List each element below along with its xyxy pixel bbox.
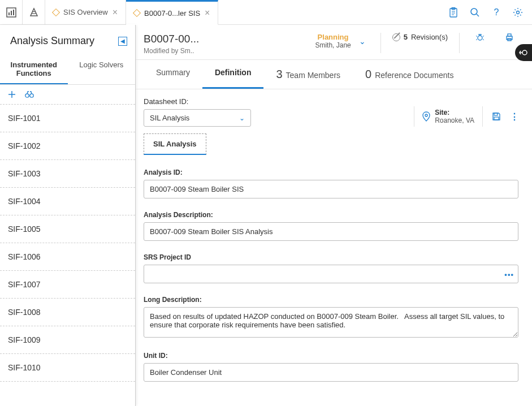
unit-id-input[interactable]	[144, 363, 518, 382]
svg-rect-2	[11, 11, 12, 15]
form-group-srs: SRS Project ID •••	[144, 253, 518, 283]
svg-rect-31	[494, 117, 499, 120]
analysis-id-input[interactable]	[144, 180, 518, 198]
float-badge-icon[interactable]	[515, 44, 532, 61]
list-item[interactable]: SIF-1001	[0, 105, 135, 132]
gear-icon[interactable]	[508, 3, 527, 22]
content-header: B0007-00... Modified by Sm.. Planning Sm…	[136, 25, 532, 60]
tab-definition[interactable]: Definition	[202, 60, 264, 89]
list-item[interactable]: SIF-1010	[0, 354, 135, 382]
form-group-analysis-desc: Analysis Description:	[144, 211, 518, 241]
list-item[interactable]: SIF-1002	[0, 132, 135, 160]
long-desc-textarea[interactable]	[144, 307, 518, 338]
revisions-count: 5	[404, 33, 408, 41]
status-label: Planning	[315, 33, 351, 41]
status-name: Smith, Jane	[315, 41, 351, 49]
binoculars-icon[interactable]	[25, 90, 34, 98]
sidebar-toolbar	[0, 85, 135, 105]
list-item[interactable]: SIF-1006	[0, 243, 135, 271]
save-icon[interactable]	[492, 112, 501, 121]
main: Analysis Summary ◀ Instrumented Function…	[0, 25, 532, 406]
svg-point-29	[425, 114, 427, 116]
bug-icon[interactable]	[471, 33, 489, 42]
more-icon[interactable]: ⋮	[510, 111, 518, 122]
svg-point-32	[522, 50, 527, 55]
print-icon[interactable]	[500, 33, 518, 42]
unit-id-label: Unit ID:	[144, 352, 518, 360]
datasheet-select[interactable]: SIL Analysis ⌄	[144, 109, 251, 127]
page-title: B0007-00...	[144, 33, 245, 45]
svg-point-19	[478, 36, 482, 40]
divider	[380, 33, 381, 53]
svg-line-25	[483, 39, 484, 40]
page-subtitle: Modified by Sm..	[144, 47, 245, 55]
topbar: SIS Overview × B0007-0...ler SIS × ?	[0, 0, 532, 25]
tab-label: B0007-0...ler SIS	[144, 9, 200, 18]
tab-summary[interactable]: Summary	[144, 60, 202, 89]
close-icon[interactable]: ×	[205, 8, 210, 18]
tab-sis-overview[interactable]: SIS Overview ×	[45, 0, 126, 24]
nav-hierarchy-icon[interactable]	[23, 0, 45, 24]
srs-input[interactable]	[144, 265, 518, 283]
sidebar-title: Analysis Summary	[10, 35, 94, 47]
tab-team-members[interactable]: 3 Team Members	[263, 60, 353, 89]
revisions-button[interactable]: 5 Revision(s)	[392, 33, 448, 41]
form-group-unit-id: Unit ID:	[144, 352, 518, 382]
list-item[interactable]: SIF-1005	[0, 215, 135, 243]
form-group-long-desc: Long Description:	[144, 296, 518, 339]
tab-label: SIS Overview	[63, 8, 108, 16]
sidebar-tab-logic[interactable]: Logic Solvers	[68, 55, 136, 84]
diamond-icon	[133, 9, 141, 17]
topbar-actions: ?	[444, 0, 532, 24]
nav-analytics-icon[interactable]	[0, 0, 23, 24]
list-item[interactable]: SIF-1007	[0, 271, 135, 299]
location-pin-icon	[422, 111, 430, 122]
divider	[459, 33, 460, 53]
title-block: B0007-00... Modified by Sm..	[144, 33, 245, 55]
list-item[interactable]: SIF-1003	[0, 160, 135, 188]
site-label: Site:	[435, 109, 474, 116]
sidebar-tabs: Instrumented Functions Logic Solvers	[0, 55, 135, 85]
sidebar-list: SIF-1001 SIF-1002 SIF-1003 SIF-1004 SIF-…	[0, 105, 135, 406]
topbar-tabs: SIS Overview × B0007-0...ler SIS ×	[45, 0, 444, 24]
revision-icon	[392, 33, 400, 41]
datasheet-value: SIL Analysis	[150, 114, 189, 122]
ref-count: 0	[365, 68, 371, 81]
content-body: Datasheet ID: SIL Analysis ⌄ Site: Roano…	[136, 89, 532, 406]
sidebar-header: Analysis Summary ◀	[0, 25, 135, 55]
svg-line-23	[483, 36, 484, 37]
tab-reference-documents[interactable]: 0 Reference Documents	[353, 60, 466, 89]
status-block[interactable]: Planning Smith, Jane ⌄	[315, 33, 369, 49]
svg-line-24	[476, 39, 477, 40]
list-item[interactable]: SIF-1004	[0, 188, 135, 215]
analysis-desc-input[interactable]	[144, 222, 518, 241]
close-icon[interactable]: ×	[113, 7, 118, 18]
revisions-label: Revision(s)	[411, 33, 448, 41]
sub-tab-sil-analysis[interactable]: SIL Analysis	[144, 133, 206, 155]
datasheet-label: Datasheet ID:	[144, 97, 251, 106]
svg-point-14	[517, 11, 520, 14]
datasheet-row: Datasheet ID: SIL Analysis ⌄ Site: Roano…	[144, 97, 518, 127]
lookup-icon[interactable]: •••	[504, 270, 514, 278]
chevron-down-icon[interactable]: ⌄	[356, 37, 369, 46]
help-icon[interactable]: ?	[487, 3, 506, 22]
collapse-sidebar-icon[interactable]: ◀	[118, 37, 127, 46]
tab-boiler-sis[interactable]: B0007-0...ler SIS ×	[126, 0, 218, 25]
list-item[interactable]: SIF-1008	[0, 299, 135, 326]
team-count: 3	[276, 68, 282, 81]
svg-point-17	[25, 94, 29, 97]
svg-text:?: ?	[494, 7, 499, 17]
sidebar: Analysis Summary ◀ Instrumented Function…	[0, 25, 136, 406]
long-desc-label: Long Description:	[144, 296, 518, 304]
form-group-analysis-id: Analysis ID:	[144, 169, 518, 198]
list-item[interactable]: SIF-1009	[0, 326, 135, 354]
ref-label: Reference Documents	[375, 71, 453, 80]
sidebar-tab-instrumented[interactable]: Instrumented Functions	[0, 55, 68, 84]
svg-rect-27	[508, 34, 511, 36]
analysis-id-label: Analysis ID:	[144, 169, 518, 176]
diamond-icon	[52, 8, 60, 16]
add-icon[interactable]	[8, 90, 16, 98]
svg-line-22	[476, 36, 477, 37]
search-icon[interactable]	[465, 3, 485, 22]
clipboard-icon[interactable]	[444, 3, 463, 22]
